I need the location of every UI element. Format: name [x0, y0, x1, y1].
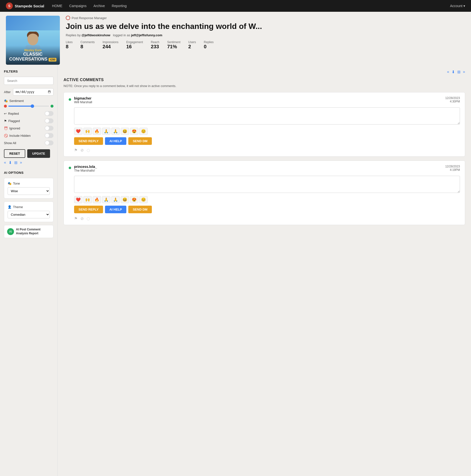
emoji-clap-1[interactable]: 🙌: [83, 128, 92, 135]
stat-comments: Comments 8: [80, 40, 95, 50]
top-download-icon[interactable]: ⬇: [452, 70, 455, 74]
last-page-icon[interactable]: »: [20, 160, 22, 165]
emoji-love-2[interactable]: 😍: [130, 196, 138, 203]
tone-label: 🎭 Tone: [8, 182, 50, 185]
tone-card: 🎭 Tone Wise Funny Friendly Professional: [4, 178, 54, 199]
svg-point-4: [27, 34, 38, 43]
replied-toggle[interactable]: [45, 111, 54, 116]
theme-label: 👤 Theme: [8, 205, 50, 209]
include-hidden-label: 🚫 Include Hidden: [4, 134, 31, 137]
sidebar: FILTERS After 🎭 Sentiment ↩: [0, 65, 58, 476]
hidden-icon: 🚫: [4, 134, 8, 137]
post-title: Join us as we delve into the enchanting …: [66, 22, 465, 31]
comment-card-2: princess.lola_ The Marshalls! 12/28/2023…: [64, 161, 465, 225]
emoji-pray-1[interactable]: 🙏: [102, 128, 110, 135]
banner-image: Wesley Eure CLASSIC CONVERSATIONS #290: [6, 16, 60, 65]
send-dm-btn-1[interactable]: SEND DM: [128, 137, 152, 145]
logo-icon: S: [6, 2, 13, 9]
emoji-pray2-2[interactable]: 🙏: [111, 196, 120, 203]
nav-home[interactable]: HOME: [52, 4, 62, 8]
flagged-toggle-row: ⚑ Flagged: [4, 119, 54, 123]
grid-icon[interactable]: ⊞: [14, 160, 18, 165]
stat-impressions: Impressions 244: [103, 40, 118, 50]
ai-report-icon: AI: [7, 228, 14, 235]
download-icon[interactable]: ⬇: [9, 160, 12, 165]
tone-select[interactable]: Wise Funny Friendly Professional: [8, 187, 50, 195]
sentiment-icon: 🎭: [4, 99, 8, 103]
filters-title: FILTERS: [4, 70, 54, 73]
theme-select[interactable]: Comedian Actor Musician Journalist: [8, 211, 50, 218]
comment-displayname-2: The Marshalls!: [74, 169, 97, 172]
post-response-icon: [66, 16, 70, 20]
flag-footer-icon-2[interactable]: ⚑: [74, 216, 77, 221]
emoji-smile-2[interactable]: 😊: [139, 196, 148, 203]
emoji-pray2-1[interactable]: 🙏: [111, 128, 120, 135]
ai-report-button[interactable]: AI AI Post Comment Analysis Report: [4, 225, 54, 238]
nav-campaigns[interactable]: Campaigns: [69, 4, 87, 8]
ai-help-btn-1[interactable]: AI HELP: [105, 137, 126, 145]
send-dm-btn-2[interactable]: SEND DM: [128, 206, 152, 213]
show-all-toggle[interactable]: [45, 140, 54, 145]
emoji-laugh-2[interactable]: 😆: [121, 196, 129, 203]
active-comments-title: ACTIVE COMMENTS: [64, 78, 465, 82]
emoji-love-1[interactable]: 😍: [130, 128, 138, 135]
comment-header-1: bigmacher Will Marshall 12/28/2023 4:30P…: [74, 96, 460, 107]
emoji-laugh-1[interactable]: 😆: [121, 128, 129, 135]
ignore-footer-icon-1[interactable]: ⊘: [80, 148, 84, 153]
main-content: « ⬇ ⊞ » ACTIVE COMMENTS NOTE: Once you r…: [58, 65, 471, 476]
slider-green-dot: [51, 105, 54, 108]
comment-footer-icons-1: ⚑ ⊘ ◌: [74, 148, 460, 153]
top-first-icon[interactable]: «: [447, 70, 449, 74]
hide-footer-icon-1[interactable]: ◌: [87, 148, 90, 153]
reply-textarea-1[interactable]: [74, 107, 460, 124]
flagged-toggle[interactable]: [45, 119, 54, 123]
account-menu[interactable]: Account ▾: [450, 4, 465, 8]
emoji-smile-1[interactable]: 😊: [139, 128, 148, 135]
update-button[interactable]: UPDATE: [27, 149, 50, 158]
top-grid-icon[interactable]: ⊞: [457, 70, 460, 74]
ignored-toggle-row: ⏰ Ignored: [4, 126, 54, 131]
after-date-input[interactable]: [13, 88, 54, 96]
emoji-heart-1[interactable]: ❤️: [74, 128, 82, 135]
emoji-row-1: ❤️ 🙌 🔥 🙏 🙏 😆 😍 😊: [74, 128, 460, 135]
comment-date-1: 12/28/2023 4:30PM: [445, 96, 460, 103]
emoji-fire-1[interactable]: 🔥: [93, 128, 101, 135]
main-layout: FILTERS After 🎭 Sentiment ↩: [0, 65, 471, 476]
emoji-clap-2[interactable]: 🙌: [83, 196, 92, 203]
emoji-pray-2[interactable]: 🙏: [102, 196, 110, 203]
hide-footer-icon-2[interactable]: ◌: [87, 216, 90, 221]
action-btns-2: SEND REPLY AI HELP SEND DM: [74, 206, 460, 213]
nav-links: HOME Campaigns Archive Reporting: [52, 4, 442, 8]
nav-archive[interactable]: Archive: [93, 4, 105, 8]
ignore-footer-icon-2[interactable]: ⊘: [80, 216, 84, 221]
stats-row: Likes 8 Comments 8 Impressions 244 Engag…: [66, 40, 465, 50]
sentiment-slider[interactable]: [8, 106, 49, 107]
send-reply-btn-2[interactable]: SEND REPLY: [74, 206, 103, 213]
send-reply-btn-1[interactable]: SEND REPLY: [74, 137, 103, 145]
ignored-toggle[interactable]: [45, 126, 54, 131]
comment-date-2: 12/28/2023 4:19PM: [445, 165, 460, 171]
include-hidden-toggle[interactable]: [45, 133, 54, 138]
replied-label: ↩ Replied: [4, 112, 19, 116]
banner-name: Wesley Eure: [9, 49, 57, 52]
tone-icon: 🎭: [8, 182, 12, 185]
search-input[interactable]: [4, 77, 54, 85]
show-all-label: Show All: [4, 141, 16, 145]
theme-icon: 👤: [8, 205, 12, 209]
banner-title: CLASSIC CONVERSATIONS #290: [9, 52, 57, 62]
reply-textarea-2[interactable]: [74, 176, 460, 193]
emoji-heart-2[interactable]: ❤️: [74, 196, 82, 203]
comment-header-inner-2: princess.lola_ The Marshalls! 12/28/2023…: [74, 165, 460, 221]
reset-button[interactable]: RESET: [4, 149, 25, 158]
active-note: NOTE: Once you reply to a comment below,…: [64, 84, 465, 88]
top-last-icon[interactable]: »: [463, 70, 465, 74]
comment-username-1: bigmacher: [74, 96, 92, 100]
comment-card-1: bigmacher Will Marshall 12/28/2023 4:30P…: [64, 92, 465, 157]
navigation: S Stampede Social HOME Campaigns Archive…: [0, 0, 471, 12]
flag-footer-icon-1[interactable]: ⚑: [74, 148, 77, 153]
first-page-icon[interactable]: «: [4, 160, 6, 165]
comment-displayname-1: Will Marshall: [74, 100, 92, 104]
nav-reporting[interactable]: Reporting: [112, 4, 127, 8]
ai-help-btn-2[interactable]: AI HELP: [105, 206, 126, 213]
emoji-fire-2[interactable]: 🔥: [93, 196, 101, 203]
